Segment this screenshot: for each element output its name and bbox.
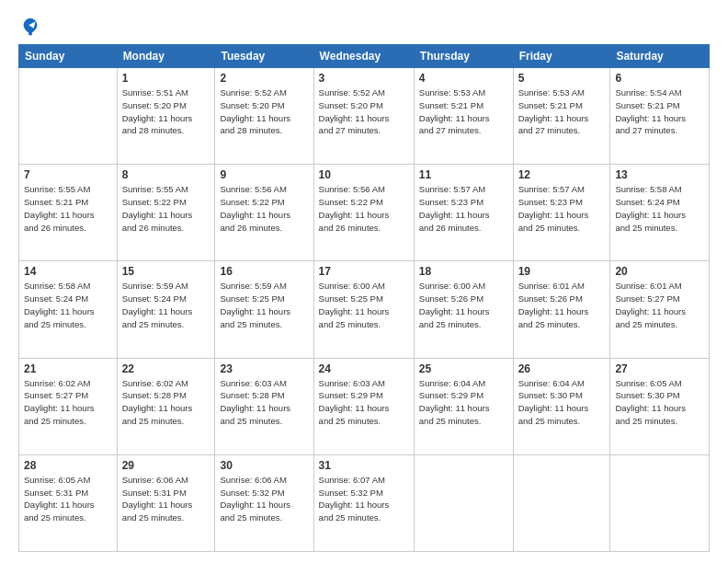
table-row: 20 Sunrise: 6:01 AMSunset: 5:27 PMDaylig… bbox=[610, 261, 710, 358]
day-number: 25 bbox=[419, 362, 508, 375]
day-number: 24 bbox=[319, 362, 409, 375]
table-row: 16 Sunrise: 5:59 AMSunset: 5:25 PMDaylig… bbox=[215, 261, 313, 358]
day-number: 2 bbox=[220, 72, 308, 85]
day-info: Sunrise: 6:00 AMSunset: 5:25 PMDaylight:… bbox=[319, 281, 390, 328]
day-info: Sunrise: 6:02 AMSunset: 5:27 PMDaylight:… bbox=[24, 378, 95, 426]
day-info: Sunrise: 6:05 AMSunset: 5:31 PMDaylight:… bbox=[24, 475, 95, 523]
day-info: Sunrise: 6:03 AMSunset: 5:28 PMDaylight:… bbox=[220, 378, 290, 426]
logo bbox=[18, 17, 40, 37]
header-monday: Monday bbox=[117, 45, 215, 68]
day-number: 16 bbox=[220, 265, 308, 278]
day-number: 9 bbox=[220, 168, 308, 181]
table-row: 30 Sunrise: 6:06 AMSunset: 5:32 PMDaylig… bbox=[215, 454, 313, 551]
table-row: 13 Sunrise: 5:58 AMSunset: 5:24 PMDaylig… bbox=[610, 165, 710, 261]
table-row: 28 Sunrise: 6:05 AMSunset: 5:31 PMDaylig… bbox=[19, 454, 118, 551]
day-number: 3 bbox=[319, 72, 409, 85]
calendar-week-row: 21 Sunrise: 6:02 AMSunset: 5:27 PMDaylig… bbox=[19, 358, 710, 454]
header bbox=[18, 17, 710, 37]
day-number: 18 bbox=[419, 265, 508, 278]
calendar-week-row: 28 Sunrise: 6:05 AMSunset: 5:31 PMDaylig… bbox=[19, 454, 710, 551]
table-row: 21 Sunrise: 6:02 AMSunset: 5:27 PMDaylig… bbox=[19, 358, 118, 454]
day-number: 5 bbox=[518, 72, 606, 85]
day-info: Sunrise: 6:02 AMSunset: 5:28 PMDaylight:… bbox=[122, 378, 193, 426]
header-tuesday: Tuesday bbox=[215, 45, 313, 68]
day-number: 13 bbox=[615, 168, 704, 181]
day-info: Sunrise: 5:52 AMSunset: 5:20 PMDaylight:… bbox=[319, 87, 390, 135]
day-number: 12 bbox=[518, 168, 606, 181]
header-sunday: Sunday bbox=[19, 45, 118, 68]
table-row: 2 Sunrise: 5:52 AMSunset: 5:20 PMDayligh… bbox=[215, 68, 313, 165]
table-row: 18 Sunrise: 6:00 AMSunset: 5:26 PMDaylig… bbox=[414, 261, 513, 358]
page: Sunday Monday Tuesday Wednesday Thursday… bbox=[0, 0, 728, 563]
table-row: 14 Sunrise: 5:58 AMSunset: 5:24 PMDaylig… bbox=[19, 261, 118, 358]
table-row: 11 Sunrise: 5:57 AMSunset: 5:23 PMDaylig… bbox=[414, 165, 513, 261]
day-info: Sunrise: 5:53 AMSunset: 5:21 PMDaylight:… bbox=[419, 87, 490, 135]
day-info: Sunrise: 5:57 AMSunset: 5:23 PMDaylight:… bbox=[518, 184, 589, 232]
day-number: 20 bbox=[615, 265, 704, 278]
table-row bbox=[414, 454, 513, 551]
day-info: Sunrise: 5:55 AMSunset: 5:22 PMDaylight:… bbox=[122, 184, 193, 232]
table-row: 3 Sunrise: 5:52 AMSunset: 5:20 PMDayligh… bbox=[313, 68, 414, 165]
table-row: 19 Sunrise: 6:01 AMSunset: 5:26 PMDaylig… bbox=[513, 261, 610, 358]
logo-text bbox=[18, 17, 40, 37]
day-number: 6 bbox=[615, 72, 704, 85]
table-row: 24 Sunrise: 6:03 AMSunset: 5:29 PMDaylig… bbox=[313, 358, 414, 454]
day-number: 14 bbox=[24, 265, 112, 278]
day-info: Sunrise: 6:07 AMSunset: 5:32 PMDaylight:… bbox=[319, 475, 390, 523]
day-info: Sunrise: 6:04 AMSunset: 5:30 PMDaylight:… bbox=[518, 378, 589, 426]
calendar: Sunday Monday Tuesday Wednesday Thursday… bbox=[18, 44, 710, 552]
day-info: Sunrise: 6:05 AMSunset: 5:30 PMDaylight:… bbox=[615, 378, 686, 426]
table-row: 7 Sunrise: 5:55 AMSunset: 5:21 PMDayligh… bbox=[19, 165, 118, 261]
header-wednesday: Wednesday bbox=[313, 45, 414, 68]
weekday-header-row: Sunday Monday Tuesday Wednesday Thursday… bbox=[19, 45, 710, 68]
table-row: 6 Sunrise: 5:54 AMSunset: 5:21 PMDayligh… bbox=[610, 68, 710, 165]
day-number: 7 bbox=[24, 168, 112, 181]
table-row: 4 Sunrise: 5:53 AMSunset: 5:21 PMDayligh… bbox=[414, 68, 513, 165]
day-number: 28 bbox=[24, 459, 112, 472]
day-number: 1 bbox=[122, 72, 210, 85]
day-info: Sunrise: 6:00 AMSunset: 5:26 PMDaylight:… bbox=[419, 281, 490, 328]
header-saturday: Saturday bbox=[610, 45, 710, 68]
day-number: 23 bbox=[220, 362, 308, 375]
day-number: 29 bbox=[122, 459, 210, 472]
day-info: Sunrise: 5:55 AMSunset: 5:21 PMDaylight:… bbox=[24, 184, 95, 232]
day-info: Sunrise: 5:58 AMSunset: 5:24 PMDaylight:… bbox=[24, 281, 95, 328]
table-row bbox=[513, 454, 610, 551]
header-friday: Friday bbox=[513, 45, 610, 68]
day-info: Sunrise: 5:53 AMSunset: 5:21 PMDaylight:… bbox=[518, 87, 589, 135]
table-row: 8 Sunrise: 5:55 AMSunset: 5:22 PMDayligh… bbox=[117, 165, 215, 261]
table-row bbox=[19, 68, 118, 165]
day-number: 30 bbox=[220, 459, 308, 472]
table-row: 25 Sunrise: 6:04 AMSunset: 5:29 PMDaylig… bbox=[414, 358, 513, 454]
day-number: 31 bbox=[319, 459, 409, 472]
table-row: 29 Sunrise: 6:06 AMSunset: 5:31 PMDaylig… bbox=[117, 454, 215, 551]
day-info: Sunrise: 5:59 AMSunset: 5:24 PMDaylight:… bbox=[122, 281, 193, 328]
table-row: 27 Sunrise: 6:05 AMSunset: 5:30 PMDaylig… bbox=[610, 358, 710, 454]
table-row bbox=[610, 454, 710, 551]
day-info: Sunrise: 5:58 AMSunset: 5:24 PMDaylight:… bbox=[615, 184, 686, 232]
table-row: 5 Sunrise: 5:53 AMSunset: 5:21 PMDayligh… bbox=[513, 68, 610, 165]
day-info: Sunrise: 5:57 AMSunset: 5:23 PMDaylight:… bbox=[419, 184, 490, 232]
day-number: 19 bbox=[518, 265, 606, 278]
day-info: Sunrise: 5:59 AMSunset: 5:25 PMDaylight:… bbox=[220, 281, 290, 328]
day-number: 21 bbox=[24, 362, 112, 375]
day-info: Sunrise: 5:51 AMSunset: 5:20 PMDaylight:… bbox=[122, 87, 193, 135]
day-number: 17 bbox=[319, 265, 409, 278]
day-number: 8 bbox=[122, 168, 210, 181]
day-info: Sunrise: 6:04 AMSunset: 5:29 PMDaylight:… bbox=[419, 378, 490, 426]
day-number: 10 bbox=[319, 168, 409, 181]
logo-icon bbox=[20, 17, 40, 37]
table-row: 17 Sunrise: 6:00 AMSunset: 5:25 PMDaylig… bbox=[313, 261, 414, 358]
day-number: 22 bbox=[122, 362, 210, 375]
day-number: 26 bbox=[518, 362, 606, 375]
day-info: Sunrise: 6:03 AMSunset: 5:29 PMDaylight:… bbox=[319, 378, 390, 426]
table-row: 12 Sunrise: 5:57 AMSunset: 5:23 PMDaylig… bbox=[513, 165, 610, 261]
day-number: 27 bbox=[615, 362, 704, 375]
day-info: Sunrise: 5:54 AMSunset: 5:21 PMDaylight:… bbox=[615, 87, 686, 135]
calendar-week-row: 14 Sunrise: 5:58 AMSunset: 5:24 PMDaylig… bbox=[19, 261, 710, 358]
day-info: Sunrise: 6:01 AMSunset: 5:27 PMDaylight:… bbox=[615, 281, 686, 328]
calendar-week-row: 7 Sunrise: 5:55 AMSunset: 5:21 PMDayligh… bbox=[19, 165, 710, 261]
calendar-week-row: 1 Sunrise: 5:51 AMSunset: 5:20 PMDayligh… bbox=[19, 68, 710, 165]
day-number: 15 bbox=[122, 265, 210, 278]
day-info: Sunrise: 6:06 AMSunset: 5:32 PMDaylight:… bbox=[220, 475, 290, 523]
